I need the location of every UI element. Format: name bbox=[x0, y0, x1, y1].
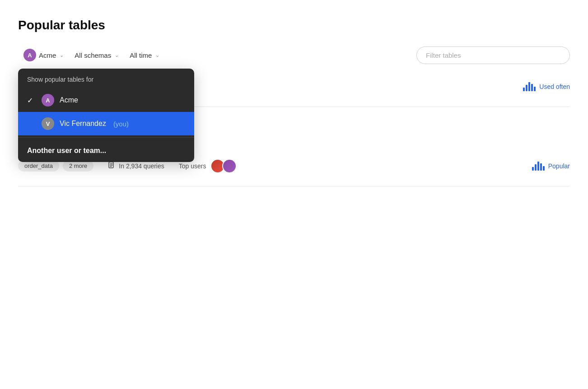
acme-chevron-icon: ⌄ bbox=[60, 52, 64, 58]
acme-avatar: A bbox=[23, 49, 36, 61]
orders-doc-icon bbox=[108, 162, 115, 171]
partial-bar-chart-icon bbox=[523, 82, 536, 91]
partial-usage-indicator: Used often bbox=[523, 82, 570, 91]
vic-avatar: V bbox=[42, 117, 54, 130]
dropdown-divider bbox=[18, 137, 194, 138]
orders-usage-indicator: Popular bbox=[532, 162, 570, 171]
bar1 bbox=[523, 88, 525, 91]
time-dropdown[interactable]: All time ⌄ bbox=[124, 48, 165, 63]
acme-label: Acme bbox=[39, 51, 56, 59]
acme-dropdown[interactable]: A Acme ⌄ bbox=[18, 45, 69, 65]
acme-dropdown-label: Acme bbox=[60, 96, 78, 104]
another-user-label: Another user or team... bbox=[27, 147, 106, 155]
partial-usage-label: Used often bbox=[539, 83, 570, 90]
you-label: (you) bbox=[113, 120, 129, 128]
orders-queries-label: In 2,934 queries bbox=[119, 162, 164, 170]
orders-bar-chart-icon bbox=[532, 162, 545, 171]
schemas-chevron-icon: ⌄ bbox=[115, 52, 119, 58]
orders-bar5 bbox=[543, 166, 545, 171]
acme-dropdown-avatar: A bbox=[42, 94, 54, 107]
schemas-label: All schemas bbox=[75, 51, 111, 59]
acme-dropdown-menu: Show popular tables for ✓ A Acme V Vic F… bbox=[18, 69, 194, 162]
schemas-dropdown[interactable]: All schemas ⌄ bbox=[69, 48, 124, 63]
orders-queries-info: In 2,934 queries bbox=[108, 162, 164, 171]
orders-avatars-stack bbox=[210, 159, 237, 173]
orders-user-avatar-2 bbox=[222, 159, 237, 173]
bar4 bbox=[531, 84, 533, 91]
filter-search-container bbox=[416, 46, 570, 64]
dropdown-item-vic[interactable]: V Vic Fernandez (you) bbox=[18, 112, 194, 135]
orders-bar3 bbox=[537, 162, 539, 171]
page-container: Popular tables A Acme ⌄ All schemas ⌄ Al… bbox=[0, 0, 588, 186]
bar5 bbox=[534, 87, 536, 91]
orders-top-users-label: Top users bbox=[179, 162, 206, 170]
vic-name-label: Vic Fernandez bbox=[60, 120, 106, 128]
filter-bar: A Acme ⌄ All schemas ⌄ All time ⌄ Show p… bbox=[18, 45, 570, 65]
orders-bar1 bbox=[532, 167, 534, 171]
filter-tables-input[interactable] bbox=[416, 46, 570, 64]
bar3 bbox=[528, 82, 530, 91]
time-chevron-icon: ⌄ bbox=[155, 52, 159, 58]
dropdown-item-another[interactable]: Another user or team... bbox=[18, 139, 194, 162]
time-label: All time bbox=[130, 51, 152, 59]
orders-usage-label: Popular bbox=[548, 162, 570, 170]
bar2 bbox=[526, 85, 527, 91]
orders-bar2 bbox=[535, 164, 537, 171]
checkmark-icon: ✓ bbox=[27, 96, 36, 105]
dropdown-header: Show popular tables for bbox=[18, 69, 194, 88]
orders-bar4 bbox=[540, 163, 542, 171]
dropdown-item-acme[interactable]: ✓ A Acme bbox=[18, 88, 194, 112]
page-title: Popular tables bbox=[18, 18, 570, 32]
